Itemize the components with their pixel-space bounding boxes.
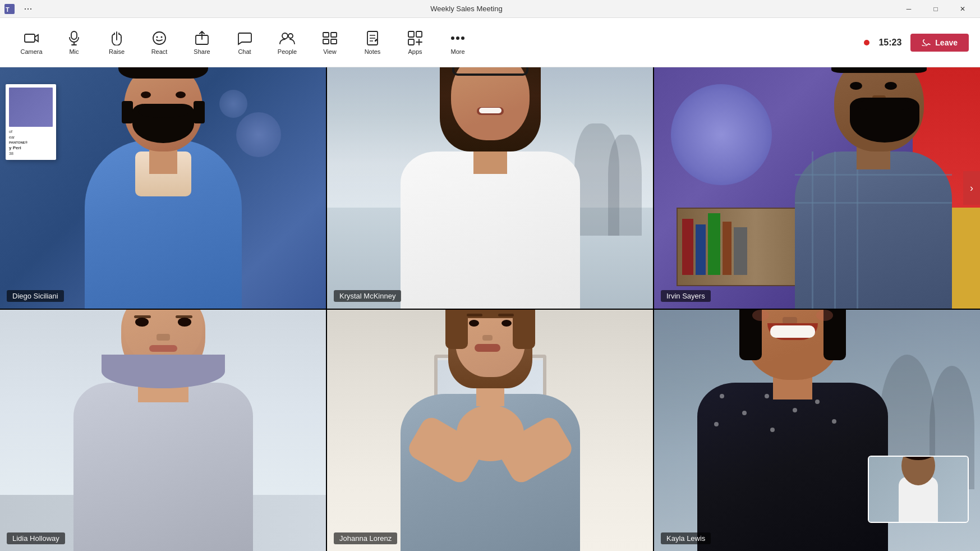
meeting-toolbar: Camera Mic Raise (0, 18, 980, 67)
meeting-timer: 15:23 (878, 38, 901, 48)
video-cell-irvin: › Irvin Sayers (654, 67, 980, 309)
svg-point-11 (288, 34, 293, 38)
video-cell-johanna: Johanna Lorenz (327, 310, 653, 551)
notes-button[interactable]: Notes (352, 22, 393, 63)
svg-rect-22 (408, 39, 414, 45)
svg-point-24 (456, 36, 459, 40)
react-icon (151, 30, 167, 46)
notes-label: Notes (365, 48, 381, 55)
view-icon (322, 30, 338, 46)
svg-point-10 (282, 33, 288, 39)
mic-icon (66, 30, 82, 46)
more-icon (450, 30, 466, 46)
svg-text:T: T (6, 6, 10, 13)
chat-button[interactable]: Chat (224, 22, 265, 63)
apps-icon (407, 30, 423, 46)
svg-point-6 (153, 32, 165, 44)
chat-label: Chat (238, 48, 251, 55)
title-bar-left: T ··· (4, 0, 37, 18)
participant-name-krystal: Krystal McKinney (334, 290, 401, 302)
phone-icon (922, 39, 931, 46)
participant-name-lidia: Lidia Holloway (7, 532, 65, 544)
share-icon (194, 30, 210, 46)
chat-icon (237, 30, 252, 46)
video-grid: of ear PANTONE® y Peri 38 Diego Sicilian… (0, 67, 980, 551)
svg-point-7 (157, 36, 158, 38)
meeting-controls-right: 15:23 Leave (864, 34, 969, 52)
minimize-button[interactable]: ─ (896, 0, 922, 18)
pantone-swatch (9, 88, 53, 127)
scroll-right-arrow[interactable]: › (963, 171, 980, 205)
leave-label: Leave (935, 38, 958, 47)
title-bar: T ··· Weekly Sales Meeting ─ □ ✕ (0, 0, 980, 18)
video-cell-kayla: Kayla Lewis (654, 310, 980, 551)
svg-point-8 (161, 36, 163, 38)
more-label: More (450, 48, 464, 55)
react-label: React (151, 48, 168, 55)
participant-name-irvin: Irvin Sayers (661, 290, 711, 302)
people-label: People (278, 48, 297, 55)
video-cell-diego: of ear PANTONE® y Peri 38 Diego Sicilian… (0, 67, 326, 309)
raise-button[interactable]: Raise (96, 22, 137, 63)
close-button[interactable]: ✕ (950, 0, 976, 18)
more-button[interactable]: More (438, 22, 478, 63)
svg-rect-3 (71, 31, 77, 39)
participant-name-johanna: Johanna Lorenz (334, 532, 397, 544)
participant-name-kayla: Kayla Lewis (661, 532, 711, 544)
share-label: Share (194, 48, 210, 55)
teams-logo-icon: T (4, 4, 15, 14)
camera-button[interactable]: Camera (11, 22, 52, 63)
svg-rect-21 (416, 31, 422, 37)
apps-label: Apps (408, 48, 422, 55)
svg-rect-15 (331, 39, 337, 44)
video-cell-krystal: Krystal McKinney (327, 67, 653, 309)
apps-button[interactable]: Apps (395, 22, 435, 63)
react-button[interactable]: React (139, 22, 180, 63)
raise-icon (109, 30, 125, 46)
camera-icon (24, 30, 39, 46)
share-button[interactable]: Share (182, 22, 222, 63)
svg-point-25 (461, 36, 464, 40)
participant-name-diego: Diego Siciliani (7, 290, 64, 302)
svg-rect-20 (408, 31, 414, 37)
title-bar-controls: ─ □ ✕ (896, 0, 976, 18)
recording-indicator (864, 40, 869, 45)
notes-icon (365, 30, 380, 46)
leave-button[interactable]: Leave (910, 34, 969, 52)
view-label: View (323, 48, 337, 55)
svg-rect-12 (323, 33, 329, 37)
svg-point-23 (451, 36, 454, 40)
mic-button[interactable]: Mic (54, 22, 94, 63)
self-view-pip (868, 456, 969, 523)
view-button[interactable]: View (310, 22, 350, 63)
svg-rect-14 (323, 39, 329, 44)
video-cell-lidia: Lidia Holloway (0, 310, 326, 551)
window-title: Weekly Sales Meeting (37, 4, 896, 13)
raise-label: Raise (109, 48, 125, 55)
people-icon (279, 30, 295, 46)
pantone-card: of ear PANTONE® y Peri 38 (6, 84, 56, 160)
mic-label: Mic (69, 48, 79, 55)
svg-rect-2 (25, 34, 35, 42)
svg-rect-13 (331, 33, 337, 37)
restore-button[interactable]: □ (923, 0, 949, 18)
titlebar-ellipsis-button[interactable]: ··· (19, 0, 37, 18)
camera-label: Camera (20, 48, 42, 55)
people-button[interactable]: People (267, 22, 307, 63)
